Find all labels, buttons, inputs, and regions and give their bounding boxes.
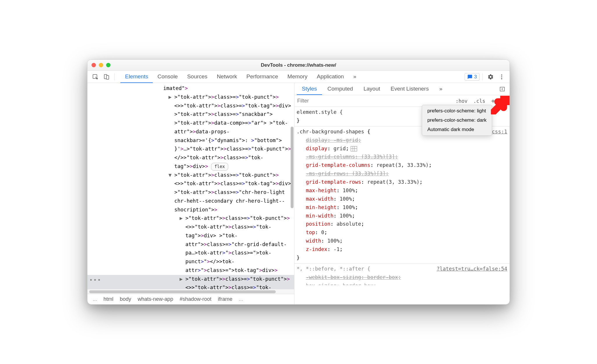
styles-panel: Styles Computed Layout Event Listeners »…: [294, 83, 510, 304]
breadcrumb: ... html body whats-new-app #shadow-root…: [87, 294, 294, 304]
annotation-arrow-icon: [491, 94, 510, 114]
divider: [114, 73, 115, 80]
subtab-event-listeners[interactable]: Event Listeners: [385, 83, 434, 95]
tab-application[interactable]: Application: [312, 71, 349, 83]
window-title: DevTools - chrome://whats-new/: [87, 62, 510, 68]
tab-console[interactable]: Console: [153, 71, 182, 83]
hov-toggle[interactable]: :hov: [453, 97, 470, 105]
popup-item-auto[interactable]: Automatic dark mode: [422, 125, 492, 134]
svg-rect-6: [500, 87, 505, 91]
styles-filter-input[interactable]: [297, 98, 452, 104]
svg-point-5: [501, 78, 502, 79]
device-toggle-icon[interactable]: [101, 72, 111, 82]
titlebar: DevTools - chrome://whats-new/: [87, 60, 510, 71]
dom-tree[interactable]: imated">▶>"tok-attr">>class>=>"tok-punct…: [87, 83, 294, 289]
tab-sources[interactable]: Sources: [182, 71, 212, 83]
svg-point-4: [501, 76, 502, 77]
collapse-pane-icon[interactable]: [497, 84, 507, 94]
cls-toggle[interactable]: .cls: [471, 97, 488, 105]
crumb-whats-new[interactable]: whats-new-app: [138, 296, 173, 302]
styles-rules[interactable]: element.style {}n.css:1.chr-background-s…: [294, 107, 510, 304]
svg-rect-2: [106, 75, 109, 79]
popup-item-light[interactable]: prefers-color-scheme: light: [422, 106, 492, 116]
divider: [482, 73, 483, 80]
dom-scrollbar-vertical[interactable]: [289, 83, 294, 304]
crumb-more-right[interactable]: ...: [239, 296, 243, 302]
popup-item-dark[interactable]: prefers-color-scheme: dark: [422, 116, 492, 125]
inspect-element-icon[interactable]: [90, 72, 100, 82]
tab-elements[interactable]: Elements: [120, 71, 153, 83]
styles-subtabs: Styles Computed Layout Event Listeners »: [294, 83, 510, 95]
tab-performance[interactable]: Performance: [242, 71, 283, 83]
settings-icon[interactable]: [486, 72, 496, 82]
kebab-menu-icon[interactable]: [497, 72, 507, 82]
subtab-styles[interactable]: Styles: [297, 83, 322, 95]
tab-memory[interactable]: Memory: [283, 71, 312, 83]
subtab-layout[interactable]: Layout: [358, 83, 385, 95]
issues-count: 3: [474, 74, 477, 80]
crumb-body[interactable]: body: [120, 296, 131, 302]
dom-scrollbar-horizontal[interactable]: [87, 289, 294, 294]
crumb-shadow[interactable]: #shadow-root: [180, 296, 211, 302]
main-split: imated">▶>"tok-attr">>class>=>"tok-punct…: [87, 83, 510, 304]
main-toolbar: Elements Console Sources Network Perform…: [87, 71, 510, 83]
subtab-more[interactable]: »: [434, 83, 448, 95]
subtab-computed[interactable]: Computed: [322, 83, 358, 95]
main-tabs: Elements Console Sources Network Perform…: [120, 71, 361, 83]
svg-point-3: [501, 74, 502, 75]
issues-chip[interactable]: 3: [465, 73, 480, 81]
devtools-window: DevTools - chrome://whats-new/ Elements …: [87, 59, 510, 305]
crumb-html[interactable]: html: [103, 296, 113, 302]
elements-panel: imated">▶>"tok-attr">>class>=>"tok-punct…: [87, 83, 294, 304]
color-scheme-popup: prefers-color-scheme: light prefers-colo…: [422, 105, 492, 136]
crumb-iframe[interactable]: iframe: [218, 296, 232, 302]
tab-network[interactable]: Network: [212, 71, 242, 83]
tab-more[interactable]: »: [349, 71, 361, 83]
crumb-more-left[interactable]: ...: [93, 296, 97, 302]
